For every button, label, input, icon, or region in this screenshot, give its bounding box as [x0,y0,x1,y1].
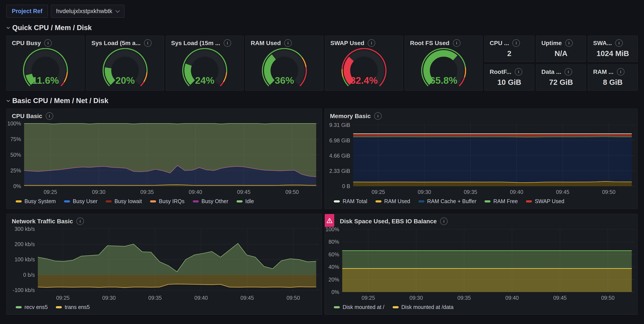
panel-title-swa[interactable]: SWA... [593,40,612,46]
info-icon[interactable]: i [564,68,572,76]
legend-label: Busy Other [202,198,228,204]
legend-item-recv-ens5[interactable]: recv ens5 [16,304,48,310]
stat-panel-data: Data ...i72 GiB [536,64,586,90]
legend-swatch [334,200,340,202]
legend-label: Disk mounted at /data [402,304,454,310]
info-icon[interactable]: i [144,39,152,47]
section-header-basic-cpu-mem-net-disk[interactable]: Basic CPU / Mem / Net / Disk [6,96,644,105]
panel-title-network-traffic-basic[interactable]: Network Traffic Basic [12,218,73,225]
panel-title-cpu[interactable]: CPU ... [490,40,509,46]
legend-swatch [106,200,112,202]
gauge-panel-ram-used: RAM Usedi36% [245,36,323,90]
info-icon[interactable]: i [453,39,460,47]
legend-item-swap-used[interactable]: SWAP Used [526,198,564,204]
legend-label: recv ens5 [24,304,48,310]
legend-item-ram-free[interactable]: RAM Free [484,198,518,204]
panel-title-memory-basic[interactable]: Memory Basic [330,113,371,120]
gauge-cpu-busy: 11.6% [19,48,72,88]
legend-item-trans-ens5[interactable]: trans ens5 [56,304,90,310]
panel-title-cpu-basic[interactable]: CPU Basic [12,113,42,120]
info-icon[interactable]: i [374,112,382,120]
stat-value-swa: 1024 MiB [588,47,638,62]
svg-text:09:45: 09:45 [556,189,570,195]
svg-text:80%: 80% [328,239,339,245]
svg-text:32.4%: 32.4% [350,75,378,86]
panel-title-ram[interactable]: RAM ... [593,68,614,75]
panel-title-root-fs-used[interactable]: Root FS Used [410,40,450,46]
legend-swatch [56,306,62,308]
svg-text:11.6%: 11.6% [32,75,59,86]
legend-item-disk-mounted-at-data[interactable]: Disk mounted at /data [393,304,454,310]
instance-dropdown[interactable]: hvdelujxlxstpxkhwbtk [51,5,124,18]
panel-header: SWA...i [588,36,638,47]
gauge-panel-cpu-busy: CPU Busyi11.6% [6,36,84,90]
svg-text:09:35: 09:35 [140,189,154,195]
alert-icon[interactable] [325,214,334,227]
panel-header: RAM Usedi [246,36,323,47]
legend-swatch [334,306,340,308]
info-icon[interactable]: i [46,112,53,120]
panel-title-sys-load-15m[interactable]: Sys Load (15m ... [171,40,220,46]
section-title: Basic CPU / Mem / Net / Disk [12,96,108,105]
legend-item-busy-iowait[interactable]: Busy Iowait [106,198,142,204]
panel-title-ram-used[interactable]: RAM Used [251,40,281,46]
chart-area-memory[interactable]: 0 B2.33 GiB4.66 GiB6.98 GiB9.31 GiB09:25… [325,120,637,196]
info-icon[interactable]: i [284,39,292,47]
svg-text:0 B: 0 B [342,183,350,189]
legend-swatch [64,200,70,202]
legend-swatch [150,200,156,202]
stat-value-uptime: N/A [536,47,586,62]
legend-item-ram-total[interactable]: RAM Total [334,198,367,204]
legend-item-busy-other[interactable]: Busy Other [193,198,228,204]
panel-title-sys-load-5m-a[interactable]: Sys Load (5m a... [92,40,140,46]
chart-panel-disk: Disk Space Used, EBS IO Balancei0%20%40%… [324,214,638,315]
legend-label: Busy User [73,198,98,204]
panel-title-data[interactable]: Data ... [542,68,561,75]
panel-header: Data ...i [536,65,586,76]
chart-area-cpu[interactable]: 0%25%50%75%100%09:2509:3009:3509:4009:45… [7,120,322,196]
info-icon[interactable]: i [224,39,231,47]
legend-item-disk-mounted-at[interactable]: Disk mounted at / [334,304,384,310]
gauge-swap-used: 32.4% [338,48,390,88]
svg-text:09:35: 09:35 [148,295,162,301]
info-icon[interactable]: i [565,39,573,47]
svg-text:0%: 0% [13,183,21,189]
info-icon[interactable]: i [512,39,520,47]
legend-item-busy-system[interactable]: Busy System [16,198,56,204]
info-icon[interactable]: i [440,218,448,225]
panel-title-rootf[interactable]: RootF... [490,68,511,75]
info-icon[interactable]: i [617,68,624,76]
panel-title-cpu-busy[interactable]: CPU Busy [12,40,41,46]
info-icon[interactable]: i [44,39,52,47]
svg-text:09:35: 09:35 [464,189,477,195]
svg-text:60%: 60% [328,252,339,258]
legend-item-ram-used[interactable]: RAM Used [376,198,410,204]
panel-header: Network Traffic Basici [7,214,322,225]
legend-item-busy-user[interactable]: Busy User [64,198,98,204]
panel-title-uptime[interactable]: Uptime [542,40,562,46]
stat-panel-uptime: UptimeiN/A [536,36,586,62]
gauge-row: CPU Busyi11.6%Sys Load (5m a...i20%Sys L… [6,36,638,90]
svg-text:300 kb/s: 300 kb/s [14,226,35,232]
svg-text:40%: 40% [328,264,339,270]
chart-panel-memory: Memory Basici0 B2.33 GiB4.66 GiB6.98 GiB… [324,109,638,209]
section-header-quick-cpu-mem-disk[interactable]: Quick CPU / Mem / Disk [6,24,644,32]
svg-text:09:25: 09:25 [362,295,375,301]
chart-area-network[interactable]: -100 kb/s0 b/s100 kb/s200 kb/s300 kb/s09… [7,225,322,302]
info-icon[interactable]: i [515,68,522,76]
info-icon[interactable]: i [368,39,375,47]
legend-cpu: Busy SystemBusy UserBusy IowaitBusy IRQs… [7,196,322,209]
info-icon[interactable]: i [615,39,623,47]
chart-area-disk[interactable]: 0%20%40%60%80%100%09:2509:3009:3509:4009… [325,225,637,302]
info-icon[interactable]: i [76,218,84,225]
svg-text:25%: 25% [10,168,21,174]
svg-text:09:30: 09:30 [410,295,423,301]
panel-title-swap-used[interactable]: SWAP Used [330,40,364,46]
legend-item-idle[interactable]: Idle [236,198,254,204]
legend-item-busy-irqs[interactable]: Busy IRQs [150,198,184,204]
legend-swatch [393,306,399,308]
svg-text:09:45: 09:45 [553,295,567,301]
panel-title-disk-space-used-ebs-io-balance[interactable]: Disk Space Used, EBS IO Balance [340,218,437,225]
svg-text:09:40: 09:40 [510,189,523,195]
legend-item-ram-cache-buffer[interactable]: RAM Cache + Buffer [418,198,476,204]
